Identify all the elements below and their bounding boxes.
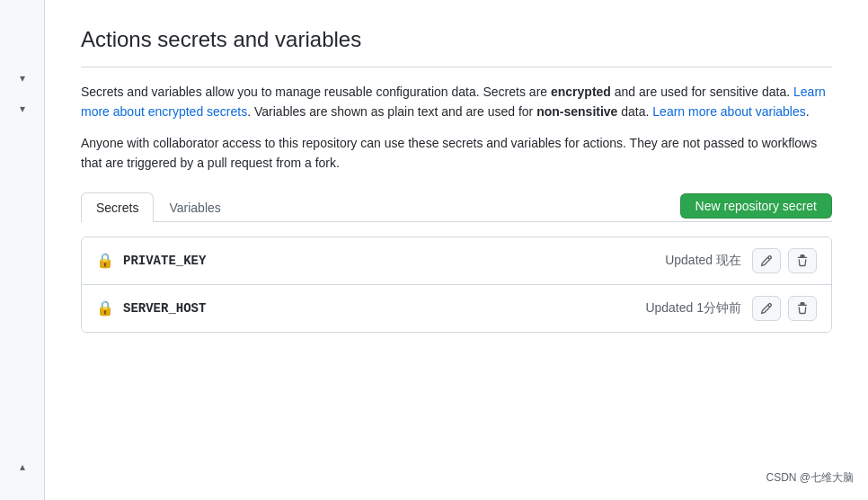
edit-secret-button[interactable] <box>752 296 781 321</box>
table-row: 🔒 SERVER_HOST Updated 1分钟前 <box>82 285 831 332</box>
page-title: Actions secrets and variables <box>81 27 832 67</box>
new-repository-secret-button[interactable]: New repository secret <box>680 193 832 219</box>
trash-icon <box>796 254 809 267</box>
desc1-part1: Secrets and variables allow you to manag… <box>81 85 551 99</box>
secrets-list: 🔒 PRIVATE_KEY Updated 现在 🔒 SERVER_HOST <box>81 237 832 333</box>
sidebar: ▾ ▾ ▴ <box>0 0 45 500</box>
tab-secrets[interactable]: Secrets <box>81 192 154 222</box>
edit-icon <box>760 302 773 315</box>
desc1-bold2: non-sensitive <box>536 104 617 119</box>
table-row: 🔒 PRIVATE_KEY Updated 现在 <box>82 237 831 285</box>
description-2: Anyone with collaborator access to this … <box>81 133 832 174</box>
delete-secret-button[interactable] <box>788 296 817 321</box>
main-content: Actions secrets and variables Secrets an… <box>45 0 868 500</box>
lock-icon: 🔒 <box>96 299 114 317</box>
secret-name: PRIVATE_KEY <box>123 254 665 268</box>
description-1: Secrets and variables allow you to manag… <box>81 82 832 122</box>
edit-secret-button[interactable] <box>752 248 781 273</box>
desc1-part4: data. <box>617 104 652 119</box>
tab-variables[interactable]: Variables <box>154 192 235 222</box>
delete-secret-button[interactable] <box>788 248 817 273</box>
secret-name: SERVER_HOST <box>123 301 645 316</box>
sidebar-chevron-3[interactable]: ▴ <box>20 460 25 473</box>
desc1-part2: and are used for sensitive data. <box>611 85 793 99</box>
secret-updated: Updated 1分钟前 <box>645 300 741 317</box>
sidebar-chevron-2[interactable]: ▾ <box>20 103 25 115</box>
trash-icon <box>796 302 809 315</box>
edit-icon <box>760 254 773 267</box>
desc1-part5: . <box>806 104 810 119</box>
lock-icon: 🔒 <box>96 252 114 269</box>
desc1-bold1: encrypted <box>551 85 611 99</box>
secret-updated: Updated 现在 <box>665 253 741 269</box>
sidebar-chevron-1[interactable]: ▾ <box>20 72 25 85</box>
tabs-bar: Secrets Variables New repository secret <box>81 192 832 222</box>
tabs: Secrets Variables <box>81 192 236 221</box>
action-buttons <box>752 248 817 273</box>
watermark: CSDN @七维大脑 <box>766 470 854 486</box>
variables-link[interactable]: Learn more about variables <box>652 104 805 119</box>
action-buttons <box>752 296 817 321</box>
desc1-part3: . Variables are shown as plain text and … <box>247 104 536 119</box>
